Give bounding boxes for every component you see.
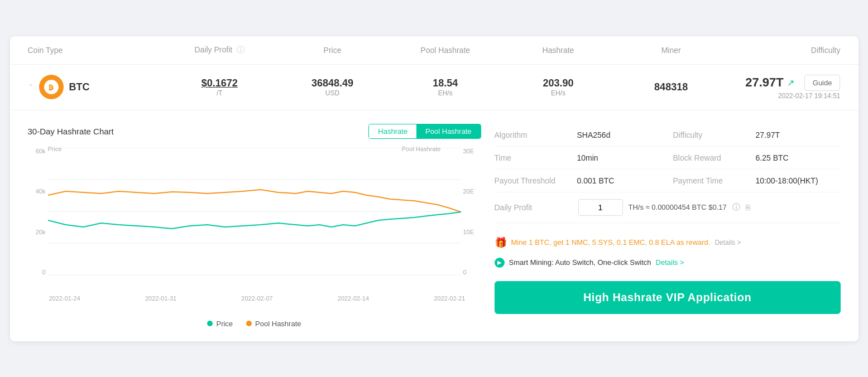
y-right-label: 10E bbox=[463, 229, 474, 235]
x-label: 2022-01-24 bbox=[49, 295, 80, 302]
legend-price-dot bbox=[207, 321, 213, 326]
y-left-label: 20k bbox=[36, 229, 46, 235]
smart-text: Smart Mining: Auto Switch, One-click Swi… bbox=[509, 258, 651, 267]
payment-time-label: Payment Time bbox=[673, 176, 751, 185]
info-row-1: Algorithm SHA256d Difficulty 27.97T bbox=[495, 124, 841, 147]
difficulty-row: 27.97T ↗ Guide bbox=[745, 75, 840, 91]
legend-price-label: Price bbox=[216, 320, 233, 328]
y-right-label: 0 bbox=[463, 269, 467, 276]
chart-section: 30-Day Hashrate Chart Hashrate Pool Hash… bbox=[28, 124, 481, 328]
pool-hashrate-sub: EH/s bbox=[389, 89, 502, 97]
hashrate-sub: EH/s bbox=[502, 89, 615, 97]
daily-profit-row-label: Daily Profit bbox=[495, 203, 573, 212]
daily-profit-row: Daily Profit TH/s ≈ 0.00000454 BTC $0.17… bbox=[495, 192, 841, 223]
difficulty-value: 27.97T bbox=[745, 75, 784, 90]
collapse-icon[interactable]: ⌃ bbox=[28, 83, 33, 91]
time-cell: Time 10min bbox=[495, 147, 662, 169]
chart-body: 60k 40k 20k 0 Price Pool Hashrate bbox=[28, 148, 481, 293]
gift-icon: 🎁 bbox=[495, 236, 507, 249]
hashrate-value: 203.90 bbox=[502, 78, 615, 89]
col-price: Price bbox=[276, 46, 389, 55]
info-section: Algorithm SHA256d Difficulty 27.97T Time… bbox=[495, 124, 841, 328]
y-axis-right: 30E 20E 10E 0 bbox=[461, 148, 481, 276]
y-left-label: 60k bbox=[36, 148, 46, 154]
info-row-2: Time 10min Block Reward 6.25 BTC bbox=[495, 147, 841, 170]
payment-time-value: 10:00-18:00(HKT) bbox=[756, 176, 818, 185]
legend-price: Price bbox=[207, 320, 233, 328]
price-value: 36848.49 bbox=[276, 78, 389, 89]
chart-area: 60k 40k 20k 0 Price Pool Hashrate bbox=[28, 148, 481, 315]
smart-mining-icon: ▶ bbox=[495, 258, 505, 268]
col-difficulty: Difficulty bbox=[727, 46, 840, 55]
tab-hashrate[interactable]: Hashrate bbox=[369, 124, 416, 138]
help-icon[interactable]: ⓘ bbox=[732, 202, 740, 212]
miner-value: 848318 bbox=[615, 81, 727, 93]
price-sub: USD bbox=[276, 89, 389, 97]
btc-row: ⌃ BTC $0.1672 /T 36848.49 USD 18.54 EH/s… bbox=[10, 65, 859, 110]
gift-details-link[interactable]: Details > bbox=[714, 239, 741, 246]
y-axis-left: 60k 40k 20k 0 bbox=[28, 148, 48, 276]
block-reward-label: Block Reward bbox=[673, 153, 751, 162]
legend-pool-label: Pool Hashrate bbox=[255, 320, 301, 328]
payout-label: Payout Threshold bbox=[495, 176, 573, 185]
algorithm-value: SHA256d bbox=[577, 130, 611, 139]
chart-svg-container: Price Pool Hashrate bbox=[48, 148, 461, 293]
chart-header: 30-Day Hashrate Chart Hashrate Pool Hash… bbox=[28, 124, 481, 139]
bitcoin-svg bbox=[44, 80, 59, 94]
y-right-label: 20E bbox=[463, 188, 474, 195]
daily-profit-calc: TH/s ≈ 0.00000454 BTC $0.17 bbox=[629, 203, 727, 211]
chart-svg bbox=[48, 148, 461, 276]
miner-col: 848318 bbox=[615, 81, 727, 93]
legend-pool-dot bbox=[246, 321, 252, 326]
btc-icon bbox=[39, 75, 64, 99]
y-left-label: 0 bbox=[42, 269, 45, 276]
x-label: 2022-02-07 bbox=[241, 295, 272, 302]
gift-text: Mine 1 BTC, get 1 NMC, 5 SYS, 0.1 EMC, 0… bbox=[511, 238, 711, 246]
chart-tabs: Hashrate Pool Hashrate bbox=[368, 124, 481, 139]
daily-profit-value: $0.1672 bbox=[163, 78, 276, 89]
coin-type-col: ⌃ BTC bbox=[28, 75, 164, 99]
smart-details-link[interactable]: Details > bbox=[656, 258, 684, 267]
daily-profit-col: $0.1672 /T bbox=[163, 78, 276, 97]
pool-hashrate-col: 18.54 EH/s bbox=[389, 78, 502, 97]
y-right-axis-label: Pool Hashrate bbox=[402, 146, 441, 152]
calculator-icon[interactable]: ⎘ bbox=[746, 203, 750, 212]
guide-button[interactable]: Guide bbox=[804, 75, 841, 91]
header-row: Coin Type Daily Profit ⓘ Price Pool Hash… bbox=[10, 36, 859, 65]
difficulty-wrap: 27.97T ↗ Guide 2022-02-17 19:14:51 bbox=[727, 75, 840, 100]
smart-mining-promo: ▶ Smart Mining: Auto Switch, One-click S… bbox=[495, 253, 841, 272]
algorithm-cell: Algorithm SHA256d bbox=[495, 124, 662, 146]
difficulty-date: 2022-02-17 19:14:51 bbox=[778, 92, 840, 100]
info-row-3: Payout Threshold 0.001 BTC Payment Time … bbox=[495, 170, 841, 192]
main-content: 30-Day Hashrate Chart Hashrate Pool Hash… bbox=[10, 110, 859, 341]
x-label: 2022-01-31 bbox=[145, 295, 176, 302]
hashrate-col: 203.90 EH/s bbox=[502, 78, 615, 97]
time-value: 10min bbox=[577, 153, 598, 162]
trend-up-icon: ↗ bbox=[787, 78, 794, 88]
col-miner: Miner bbox=[615, 46, 727, 55]
difficulty-cell: Difficulty 27.97T bbox=[662, 124, 841, 146]
promo-section: 🎁 Mine 1 BTC, get 1 NMC, 5 SYS, 0.1 EMC,… bbox=[495, 232, 841, 272]
chart-title: 30-Day Hashrate Chart bbox=[28, 127, 114, 136]
price-col: 36848.49 USD bbox=[276, 78, 389, 97]
payout-cell: Payout Threshold 0.001 BTC bbox=[495, 170, 662, 192]
time-label: Time bbox=[495, 153, 573, 162]
y-left-label: 40k bbox=[36, 188, 46, 195]
difficulty-info-value: 27.97T bbox=[756, 130, 780, 139]
daily-profit-input[interactable] bbox=[578, 199, 623, 216]
algorithm-label: Algorithm bbox=[495, 130, 573, 139]
vip-button[interactable]: High Hashrate VIP Application bbox=[495, 281, 841, 314]
pool-hashrate-value: 18.54 bbox=[389, 78, 502, 89]
col-hashrate: Hashrate bbox=[502, 46, 615, 55]
block-reward-cell: Block Reward 6.25 BTC bbox=[662, 147, 841, 169]
tab-pool-hashrate[interactable]: Pool Hashrate bbox=[416, 124, 480, 138]
y-right-label: 30E bbox=[463, 148, 474, 154]
x-label: 2022-02-21 bbox=[434, 295, 465, 302]
daily-profit-help-icon[interactable]: ⓘ bbox=[237, 45, 244, 54]
col-pool-hashrate: Pool Hashrate bbox=[389, 46, 502, 55]
x-axis: 2022-01-24 2022-01-31 2022-02-07 2022-02… bbox=[28, 293, 481, 302]
difficulty-label: Difficulty bbox=[673, 130, 751, 139]
chart-legend: Price Pool Hashrate bbox=[28, 320, 481, 328]
x-label: 2022-02-14 bbox=[338, 295, 369, 302]
y-left-axis-label: Price bbox=[48, 146, 62, 152]
